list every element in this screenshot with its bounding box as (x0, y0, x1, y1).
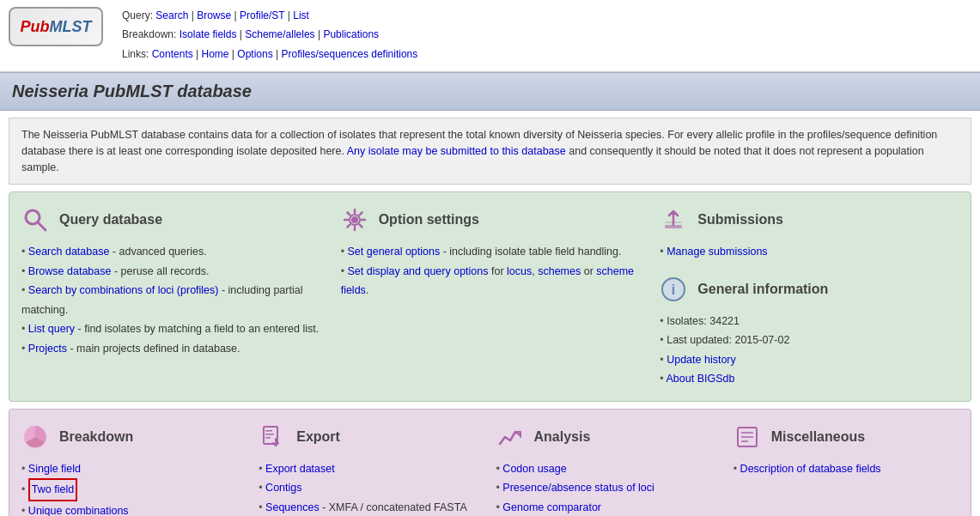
options-icon (339, 204, 370, 235)
list-item: Description of database fields (733, 459, 960, 479)
search-database-link[interactable]: Search database (28, 246, 110, 258)
top-header: PubMLST Query: Search | Browse | Profile… (0, 0, 980, 72)
export-section-list: Export dataset Contigs Sequences - XMFA … (257, 459, 485, 516)
submissions-section-title: Submissions (697, 212, 783, 228)
set-display-query-link[interactable]: Set display and query options (348, 265, 489, 277)
submissions-section-header: Submissions (658, 204, 960, 235)
page-title: Neisseria PubMLST database (12, 82, 968, 101)
submissions-icon (658, 204, 689, 235)
list-item: Genome comparator (496, 498, 723, 516)
nav-profiles-sequences-link[interactable]: Profiles/sequences definitions (281, 48, 417, 60)
query-section-header: Query database (20, 204, 322, 235)
analysis-section-title: Analysis (534, 429, 591, 445)
right-column: Submissions Manage submissions i General… (658, 204, 960, 389)
description-fields-link[interactable]: Description of database fields (740, 463, 881, 475)
svg-point-2 (351, 216, 358, 223)
search-by-combinations-link[interactable]: Search by combinations of loci (profiles… (28, 284, 219, 296)
about-bigsdb-item: About BIGSdb (660, 369, 960, 389)
manage-submissions-link[interactable]: Manage submissions (667, 246, 767, 258)
breakdown-section: Breakdown Single field Two field Unique … (20, 422, 248, 516)
export-icon (257, 422, 288, 452)
options-section-list: Set general options - including isolate … (339, 242, 642, 300)
breakdown-label: Breakdown: (122, 28, 180, 40)
isolates-item: Isolates: 34221 (660, 312, 960, 331)
export-dataset-link[interactable]: Export dataset (265, 463, 335, 475)
miscellaneous-section-list: Description of database fields (732, 459, 960, 479)
links-label: Links: (122, 48, 152, 60)
unique-combinations-link[interactable]: Unique combinations (28, 505, 129, 516)
analysis-section-list: Codon usage Presence/absence status of l… (495, 459, 723, 516)
svg-rect-12 (265, 437, 271, 439)
about-bigsdb-link[interactable]: About BIGSdb (667, 373, 735, 385)
schemes-link[interactable]: schemes (538, 265, 581, 277)
update-history-link[interactable]: Update history (667, 354, 736, 366)
sequences-link[interactable]: Sequences (265, 501, 320, 513)
list-item: Browse database - peruse all records. (21, 262, 322, 282)
breakdown-section-list: Single field Two field Unique combinatio… (20, 459, 248, 516)
nav-list-link[interactable]: List (293, 9, 309, 21)
page-title-bar: Neisseria PubMLST database (0, 72, 980, 111)
nav-publications-link[interactable]: Publications (323, 28, 379, 40)
list-item: Two field (21, 478, 248, 501)
genome-comparator-link[interactable]: Genome comparator (502, 501, 601, 513)
bottom-grid: Breakdown Single field Two field Unique … (20, 422, 960, 516)
two-field-highlight: Two field (28, 478, 77, 501)
nav-home-link[interactable]: Home (202, 48, 229, 60)
last-updated-label: Last updated: (667, 334, 732, 346)
nav-browse-link[interactable]: Browse (197, 9, 231, 21)
svg-rect-5 (665, 222, 682, 223)
submissions-section-list: Manage submissions (658, 242, 960, 262)
codon-usage-link[interactable]: Codon usage (502, 463, 566, 475)
export-section-title: Export (296, 429, 340, 445)
analysis-section-header: Analysis (495, 422, 723, 452)
general-info-list: Isolates: 34221 Last updated: 2015-07-02… (658, 312, 960, 389)
query-section-list: Search database - advanced queries. Brow… (20, 242, 322, 358)
general-info-section-header: i General information (658, 274, 960, 305)
svg-rect-4 (665, 225, 682, 228)
miscellaneous-section-title: Miscellaneous (771, 429, 865, 445)
list-query-link[interactable]: List query (28, 323, 75, 335)
pubmlst-logo: PubMLST (9, 7, 103, 46)
svg-rect-10 (265, 430, 272, 432)
description-link[interactable]: Any isolate may be submitted to this dat… (347, 145, 566, 157)
nav-contents-link[interactable]: Contents (152, 48, 193, 60)
main-sections: Query database Search database - advance… (9, 191, 971, 402)
contigs-link[interactable]: Contigs (265, 482, 301, 494)
set-general-options-link[interactable]: Set general options (348, 246, 441, 258)
single-field-link[interactable]: Single field (28, 463, 81, 475)
browse-database-link[interactable]: Browse database (28, 265, 112, 277)
list-item: List query - find isolates by matching a… (21, 319, 322, 339)
nav-options-link[interactable]: Options (237, 48, 272, 60)
miscellaneous-section: Miscellaneous Description of database fi… (732, 422, 960, 516)
query-nav-row: Query: Search | Browse | Profile/ST | Li… (122, 7, 417, 24)
analysis-section: Analysis Codon usage Presence/absence st… (495, 422, 723, 516)
options-section: Option settings Set general options - in… (339, 204, 642, 389)
query-label: Query: (122, 9, 155, 21)
list-item: Set general options - including isolate … (341, 242, 642, 262)
last-updated-item: Last updated: 2015-07-02 (660, 331, 960, 350)
breakdown-icon (20, 422, 51, 452)
options-section-header: Option settings (339, 204, 642, 235)
list-item: Contigs (259, 478, 485, 498)
projects-link[interactable]: Projects (28, 343, 67, 355)
export-section-header: Export (257, 422, 485, 452)
description-box: The Neisseria PubMLST database contains … (9, 118, 971, 185)
breakdown-section-title: Breakdown (59, 429, 133, 445)
nav-search-link[interactable]: Search (155, 9, 188, 21)
isolates-label: Isolates: (667, 315, 707, 327)
general-info-section: i General information Isolates: 34221 La… (658, 274, 960, 389)
nav-scheme-alleles-link[interactable]: Scheme/alleles (245, 28, 314, 40)
svg-line-1 (38, 222, 46, 230)
presence-absence-link[interactable]: Presence/absence status of loci (502, 482, 654, 494)
locus-link[interactable]: locus (507, 265, 532, 277)
list-item: Projects - main projects defined in data… (21, 339, 322, 359)
svg-rect-11 (265, 434, 274, 435)
isolates-value: 34221 (709, 315, 740, 327)
nav-profilest-link[interactable]: Profile/ST (240, 9, 284, 21)
general-info-section-title: General information (697, 282, 828, 297)
two-field-link[interactable]: Two field (32, 483, 74, 495)
list-item: Codon usage (496, 459, 723, 479)
nav-isolate-fields-link[interactable]: Isolate fields (180, 28, 237, 40)
miscellaneous-icon (732, 422, 763, 452)
list-item: Set display and query options for locus,… (341, 262, 642, 300)
